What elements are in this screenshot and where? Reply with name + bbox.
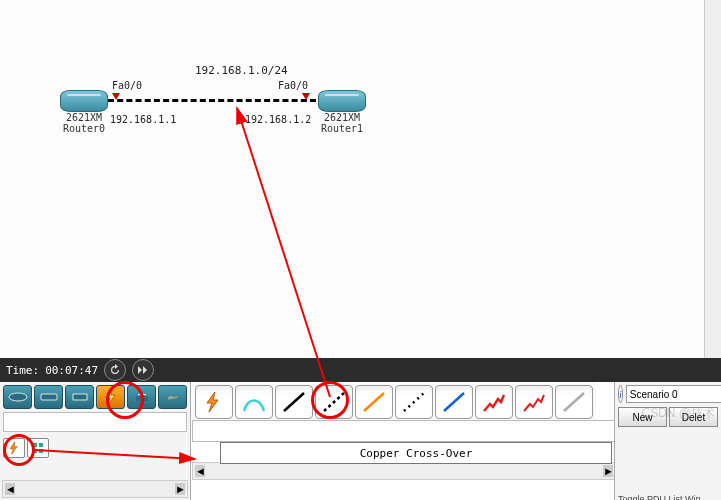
reset-button[interactable] [104, 359, 126, 381]
sub-category-row [0, 435, 190, 461]
time-value: 00:07:47 [45, 364, 98, 377]
router0-interface-label: Fa0/0 [112, 80, 142, 91]
wireless-category-button[interactable] [127, 385, 156, 409]
scenario-panel: i New Delet Toggle PDU List Win [614, 382, 721, 500]
new-scenario-button[interactable]: New [618, 407, 667, 427]
router0-name: Router0 [56, 123, 112, 134]
fast-forward-button[interactable] [132, 359, 154, 381]
cable-phone-button[interactable] [395, 385, 433, 419]
device-list-strip[interactable] [192, 420, 621, 442]
subnet-label: 192.168.1.0/24 [195, 64, 288, 77]
device-category-row [0, 382, 190, 412]
svg-line-8 [284, 393, 304, 411]
router0-ip-label: 192.168.1.1 [110, 114, 176, 125]
cable-fiber-button[interactable] [355, 385, 393, 419]
router1-model: 2621XM [314, 112, 370, 123]
link-status-left [112, 93, 120, 100]
palette-scrollbar[interactable]: ◄► [2, 480, 188, 498]
router1-name: Router1 [314, 123, 370, 134]
vertical-scrollbar[interactable] [704, 0, 721, 358]
svg-rect-7 [39, 449, 43, 453]
link-copper-crossover[interactable] [108, 99, 316, 102]
svg-rect-2 [73, 394, 87, 400]
router-icon [60, 90, 108, 112]
device-list-scrollbar[interactable]: ◄► [192, 462, 616, 480]
svg-line-12 [444, 393, 464, 411]
svg-line-10 [364, 393, 384, 411]
svg-line-13 [564, 393, 584, 411]
switches-category-button[interactable] [34, 385, 63, 409]
cable-octal-button[interactable] [555, 385, 593, 419]
cable-auto-button[interactable] [195, 385, 233, 419]
cable-serial-dce-button[interactable] [475, 385, 513, 419]
svg-rect-4 [33, 443, 37, 447]
scenario-name-input[interactable] [626, 385, 721, 403]
svg-line-9 [324, 393, 344, 411]
svg-point-0 [9, 393, 27, 401]
cable-serial-dte-button[interactable] [515, 385, 553, 419]
svg-rect-1 [41, 394, 57, 400]
device-palette: ◄► [0, 382, 191, 500]
router0[interactable] [60, 90, 106, 112]
simulation-bar: Time: 00:07:47 [0, 358, 721, 382]
router0-model: 2621XM [56, 112, 112, 123]
sub-lightning-button[interactable] [3, 438, 25, 458]
time-label: Time: [6, 364, 39, 377]
routers-category-button[interactable] [3, 385, 32, 409]
cable-console-button[interactable] [235, 385, 273, 419]
device-select-strip[interactable] [3, 412, 187, 432]
wan-category-button[interactable] [158, 385, 187, 409]
cable-coax-button[interactable] [435, 385, 473, 419]
svg-rect-5 [39, 443, 43, 447]
delete-scenario-button[interactable]: Delet [669, 407, 718, 427]
link-status-right [302, 93, 310, 100]
svg-rect-3 [136, 396, 148, 401]
router1-interface-label: Fa0/0 [278, 80, 308, 91]
topology-workspace[interactable]: 192.168.1.0/24 2621XM Router0 Fa0/0 192.… [0, 0, 721, 359]
router1-ip-label: 192.168.1.2 [245, 114, 311, 125]
svg-line-11 [404, 393, 424, 411]
router1[interactable] [318, 90, 364, 112]
svg-rect-6 [33, 449, 37, 453]
sub-grid-button[interactable] [27, 438, 49, 458]
connections-category-button[interactable] [96, 385, 125, 409]
tooltip-text: Copper Cross-Over [360, 447, 473, 460]
router-icon [318, 90, 366, 112]
toggle-pdu-list-button[interactable]: Toggle PDU List Win [618, 494, 721, 500]
info-icon[interactable]: i [618, 385, 623, 403]
selection-tooltip: Copper Cross-Over [220, 442, 612, 464]
cable-straight-button[interactable] [275, 385, 313, 419]
hubs-category-button[interactable] [65, 385, 94, 409]
cable-crossover-button[interactable] [315, 385, 353, 419]
